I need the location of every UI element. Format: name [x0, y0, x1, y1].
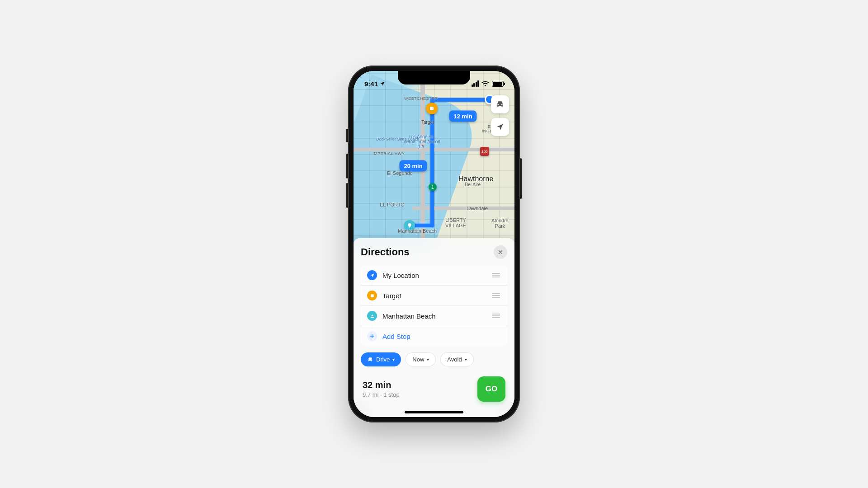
- svg-rect-0: [430, 107, 434, 110]
- option-chips: Drive ▾ Now ▾ Avoid ▾: [361, 352, 507, 366]
- route-segment: [432, 98, 488, 102]
- power-button[interactable]: [520, 158, 522, 199]
- svg-rect-1: [371, 294, 373, 297]
- map-label: WESTCHESTER: [404, 96, 438, 101]
- close-icon: [498, 249, 503, 255]
- car-icon: [367, 357, 373, 363]
- sheet-title: Directions: [361, 246, 410, 258]
- status-time: 9:41: [364, 80, 378, 88]
- map-label: EL PORTO: [380, 202, 405, 207]
- go-button[interactable]: GO: [477, 376, 505, 402]
- map-label: Dockweiler State Beach: [376, 137, 420, 141]
- stop-label: My Location: [382, 272, 486, 279]
- map-label: Los Angeles International Airport (LA: [401, 134, 441, 149]
- map-label: Target: [421, 120, 434, 125]
- plus-icon: [367, 331, 377, 341]
- store-icon: [367, 291, 377, 300]
- stops-card: My Location Target Manhattan Beach: [361, 265, 507, 346]
- route-shield-icon: 1: [429, 183, 437, 191]
- time-chip[interactable]: Now ▾: [406, 352, 436, 366]
- eta-bubble-waypoint[interactable]: 12 min: [449, 111, 476, 122]
- mute-switch[interactable]: [346, 129, 348, 142]
- volume-down-button[interactable]: [346, 183, 348, 208]
- route-segment: [430, 98, 434, 227]
- recenter-button[interactable]: [491, 118, 509, 136]
- map-label: LIBERTY VILLAGE: [438, 217, 474, 228]
- directions-sheet: Directions My Location Targe: [354, 238, 514, 417]
- mode-chip[interactable]: Drive ▾: [361, 352, 401, 366]
- map-label: IMPERIAL HWY: [373, 151, 405, 156]
- chevron-down-icon: ▾: [427, 357, 429, 362]
- chevron-down-icon: ▾: [392, 357, 395, 362]
- beach-icon: [367, 311, 377, 321]
- map-label: Manhattan Beach: [398, 228, 437, 234]
- stop-row-destination[interactable]: Manhattan Beach: [361, 306, 507, 326]
- transport-mode-button[interactable]: [491, 95, 509, 113]
- chip-label: Drive: [376, 356, 390, 363]
- highway-horizontal-2: [412, 206, 514, 210]
- waypoint-pin[interactable]: [426, 103, 438, 114]
- battery-icon: [492, 81, 504, 87]
- highway-shield-icon: 105: [480, 147, 489, 156]
- map-label: Lawndale: [467, 206, 488, 211]
- close-button[interactable]: [494, 245, 507, 259]
- stop-row-start[interactable]: My Location: [361, 265, 507, 286]
- summary-time: 32 min: [363, 380, 400, 390]
- drag-handle-icon[interactable]: [491, 273, 501, 277]
- map-view[interactable]: 1 105 12 min 20 min WESTCHESTER Target L…: [354, 71, 514, 252]
- home-indicator[interactable]: [405, 411, 463, 413]
- avoid-chip[interactable]: Avoid ▾: [440, 352, 473, 366]
- map-controls: [491, 95, 509, 136]
- volume-up-button[interactable]: [346, 154, 348, 178]
- screen: 9:41: [354, 71, 514, 417]
- route-summary: 32 min 9.7 mi · 1 stop GO: [361, 372, 507, 412]
- map-label: Alondra Park: [486, 218, 514, 229]
- eta-bubble-destination[interactable]: 20 min: [399, 160, 427, 172]
- stop-row-waypoint[interactable]: Target: [361, 286, 507, 306]
- wifi-icon: [481, 81, 489, 87]
- cellular-signal-icon: [472, 80, 479, 87]
- map-label: El Segundo: [387, 170, 413, 176]
- stop-label: Manhattan Beach: [382, 312, 486, 320]
- phone-frame: 9:41: [348, 66, 520, 422]
- stop-label: Target: [382, 292, 486, 300]
- drag-handle-icon[interactable]: [491, 314, 501, 318]
- add-stop-label: Add Stop: [382, 333, 501, 340]
- notch: [398, 71, 470, 84]
- drag-handle-icon[interactable]: [491, 293, 501, 298]
- chip-label: Now: [412, 356, 424, 363]
- chip-label: Avoid: [447, 356, 462, 363]
- location-arrow-icon: [380, 81, 385, 86]
- summary-meta: 9.7 mi · 1 stop: [363, 391, 400, 398]
- location-arrow-icon: [367, 270, 377, 280]
- chevron-down-icon: ▾: [465, 357, 467, 362]
- map-label: Del Aire: [465, 182, 481, 187]
- add-stop-button[interactable]: Add Stop: [361, 326, 507, 346]
